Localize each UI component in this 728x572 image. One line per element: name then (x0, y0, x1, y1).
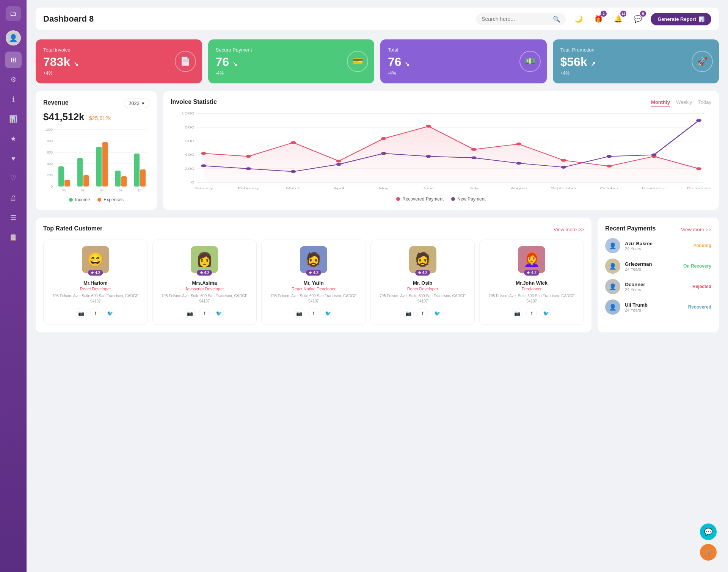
year-label: 2023 (129, 100, 140, 106)
tab-today[interactable]: Today (698, 99, 711, 107)
stat-card-secure-payment: Secure Payment 76 ↘ -4% 💳 (208, 39, 375, 83)
customers-view-more[interactable]: View more >> (554, 227, 584, 232)
facebook-icon-yatin[interactable]: f (308, 308, 319, 318)
dark-mode-button[interactable]: 🌙 (572, 12, 585, 26)
customer-img-wrap-osib: 🧔 ★ 4.2 (409, 246, 436, 273)
facebook-icon-asima[interactable]: f (199, 308, 210, 318)
search-box[interactable]: 🔍 (476, 13, 566, 25)
support-fab[interactable]: 💬 (700, 523, 717, 540)
svg-point-58 (471, 156, 477, 159)
customer-rating-osib: ★ 4.2 (415, 270, 430, 276)
chat-button[interactable]: 💬 5 (631, 12, 645, 26)
customer-card-yatin: 🧔 ★ 4.2 Mr. Yatin React Native Developer… (261, 240, 366, 325)
new-payment-dot (451, 197, 455, 201)
stat-value-promo: $56k ↗ (560, 55, 712, 69)
user-avatar[interactable]: 👤 (6, 30, 21, 45)
customers-grid: 😄 ★ 4.2 Mr.Hariom React Developer 795 Fo… (43, 240, 584, 325)
gift-button[interactable]: 🎁 2 (592, 12, 605, 26)
instagram-icon-osib[interactable]: 📷 (403, 308, 414, 318)
instagram-icon-johnwick[interactable]: 📷 (512, 308, 522, 318)
facebook-icon-hariom[interactable]: f (90, 308, 101, 318)
svg-point-42 (291, 141, 296, 144)
customer-role-yatin: React Native Developer (266, 287, 361, 291)
svg-marker-39 (204, 126, 699, 182)
invoice-header: Invoice Statistic Monthly Weekly Today (171, 99, 711, 107)
gift-icon: 🎁 (594, 15, 602, 23)
chevron-down-icon: ▾ (142, 100, 144, 106)
svg-text:1000: 1000 (181, 112, 195, 116)
payment-item-oconner: 👤 Oconner 24 Years Rejected (605, 279, 711, 294)
recent-payments-card: Recent Payments View more >> 👤 Aziz Bakr… (598, 218, 719, 332)
revenue-header: Revenue 2023 ▾ (43, 99, 149, 108)
revenue-bar-chart: 1000 800 600 400 200 0 06 07 (43, 126, 149, 194)
search-icon: 🔍 (553, 16, 560, 23)
facebook-icon-johnwick[interactable]: f (526, 308, 537, 318)
chart-icon: 📊 (698, 16, 704, 22)
svg-rect-12 (58, 166, 64, 186)
tab-weekly[interactable]: Weekly (676, 99, 692, 107)
svg-text:600: 600 (184, 139, 194, 143)
sidebar-item-heart2[interactable]: ♡ (5, 170, 22, 186)
instagram-icon-yatin[interactable]: 📷 (294, 308, 304, 318)
sidebar-item-chart[interactable]: 📊 (5, 111, 22, 127)
revenue-amount-row: $41,512k $25,612k (43, 111, 149, 123)
sidebar-item-heart[interactable]: ♥ (5, 150, 22, 167)
svg-text:09: 09 (119, 188, 122, 192)
sidebar-item-info[interactable]: ℹ (5, 91, 22, 108)
year-select[interactable]: 2023 ▾ (124, 99, 149, 108)
customer-name-yatin: Mr. Yatin (266, 280, 361, 286)
svg-point-52 (201, 164, 206, 167)
stat-icon-promo: 🚀 (692, 51, 713, 72)
sidebar-item-dashboard[interactable]: ⊞ (5, 52, 22, 68)
revenue-amount: $41,512k (43, 111, 84, 122)
stat-card-total-invoice: Total invoice 783k ↘ +4% 📄 (36, 39, 202, 83)
sidebar-item-menu[interactable]: ☰ (5, 209, 22, 226)
payments-view-more[interactable]: View more >> (681, 227, 711, 232)
svg-point-53 (246, 167, 251, 170)
instagram-icon-hariom[interactable]: 📷 (76, 308, 86, 318)
instagram-icon-asima[interactable]: 📷 (185, 308, 195, 318)
expenses-label: Expenses (104, 197, 124, 202)
payment-info-oconner: Oconner 24 Years (625, 282, 688, 292)
tab-monthly[interactable]: Monthly (651, 99, 670, 107)
payment-name-aziz: Aziz Bakree (625, 241, 689, 246)
customer-avatar-asima: 👩 (191, 246, 218, 273)
payment-avatar-griezerman: 👤 (605, 259, 620, 274)
twitter-icon-hariom[interactable]: 🐦 (105, 308, 115, 318)
invoice-title: Invoice Statistic (171, 99, 217, 105)
sidebar-item-settings[interactable]: ⚙ (5, 71, 22, 88)
svg-text:0: 0 (51, 185, 53, 188)
payment-name-uli: Uli Trumb (625, 302, 684, 308)
svg-text:1000: 1000 (45, 128, 53, 132)
svg-text:200: 200 (47, 173, 53, 177)
stat-title-promo: Total Promotion (560, 47, 712, 53)
bell-button[interactable]: 🔔 12 (611, 12, 625, 26)
customer-avatar-hariom: 😄 (82, 246, 109, 273)
stat-title-total: Total (388, 47, 539, 53)
twitter-icon-osib[interactable]: 🐦 (432, 308, 442, 318)
twitter-icon-yatin[interactable]: 🐦 (323, 308, 333, 318)
revenue-legend: Income Expenses (43, 197, 149, 202)
twitter-icon-johnwick[interactable]: 🐦 (541, 308, 551, 318)
payment-info-aziz: Aziz Bakree 24 Years (625, 241, 689, 251)
invoice-line-chart: 1000 800 600 400 200 0 (171, 110, 711, 193)
stat-value-invoice: 783k ↘ (43, 55, 195, 69)
sidebar-item-print[interactable]: 🖨 (5, 190, 22, 206)
search-input[interactable] (482, 16, 550, 22)
bar-chart-svg: 1000 800 600 400 200 0 06 07 (43, 126, 149, 194)
sidebar-item-doc[interactable]: 📋 (5, 229, 22, 246)
sidebar-item-star[interactable]: ★ (5, 130, 22, 147)
twitter-icon-asima[interactable]: 🐦 (213, 308, 224, 318)
facebook-icon-osib[interactable]: f (417, 308, 428, 318)
sidebar: 🗂 👤 ⊞ ⚙ ℹ 📊 ★ ♥ ♡ 🖨 ☰ 📋 (0, 0, 27, 572)
svg-point-49 (606, 165, 612, 168)
income-label: Income (75, 197, 90, 202)
gift-badge: 2 (601, 11, 607, 17)
charts-row: Revenue 2023 ▾ $41,512k $25,612k (36, 91, 719, 210)
payment-status-oconner: Rejected (692, 284, 711, 289)
generate-report-button[interactable]: Generate Report 📊 (651, 13, 711, 25)
bell-badge: 12 (620, 11, 626, 17)
fab-group: 💬 🛒 (700, 523, 717, 561)
cart-fab[interactable]: 🛒 (700, 544, 717, 561)
customer-role-asima: Javascript Developer (157, 287, 252, 291)
